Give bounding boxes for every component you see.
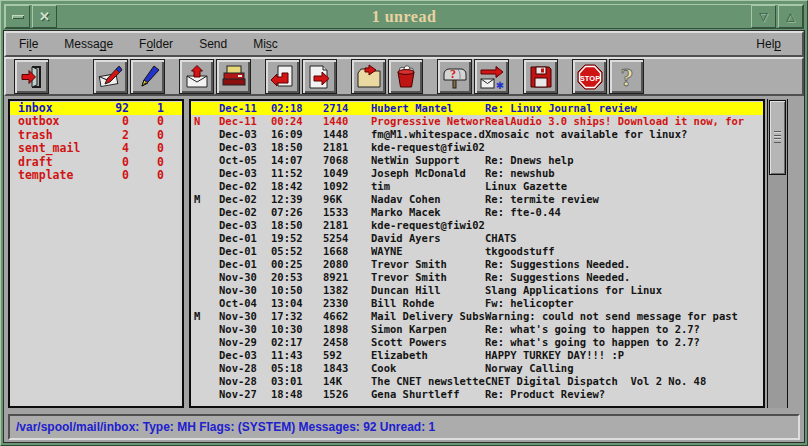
minimize-icon xyxy=(12,15,24,19)
scrollbar-grip-icon xyxy=(774,131,781,143)
envelope-pencil-icon xyxy=(98,64,124,90)
menubar: FileMessageFolderSendMisc Help xyxy=(4,31,804,57)
message-row[interactable]: Dec-1102:182714Hubert MantelRe: Linux Jo… xyxy=(191,102,763,115)
message-row[interactable]: Dec-0100:252080Trevor SmithRe: Suggestio… xyxy=(191,258,763,271)
message-row[interactable]: MNov-3017:324662Mail Delivery SubsWarnin… xyxy=(191,310,763,323)
message-row[interactable]: Oct-0514:077068NetWin SupportRe: Dnews h… xyxy=(191,154,763,167)
svg-text:?: ? xyxy=(450,67,456,81)
message-row[interactable]: Nov-2803:0114KThe CNET newsletteCNET Dig… xyxy=(191,375,763,388)
save-button[interactable] xyxy=(523,59,558,94)
message-row[interactable]: Dec-0218:421092timLinux Gazette xyxy=(191,180,763,193)
folder-arrow-icon xyxy=(356,64,382,90)
message-row[interactable]: Dec-0207:261533Marko MacekRe: fte-0.44 xyxy=(191,206,763,219)
close-button[interactable]: ✕ xyxy=(32,5,57,28)
message-row[interactable]: Nov-2805:181843CookNorway Calling xyxy=(191,362,763,375)
floppy-disk-icon xyxy=(528,64,554,90)
toolbar-group xyxy=(93,59,165,94)
shade-button[interactable]: ▽ xyxy=(751,5,776,28)
folder-row-outbox[interactable]: outbox00 xyxy=(10,115,182,128)
folder-row-sent_mail[interactable]: sent_mail40 xyxy=(10,142,182,155)
reply-button[interactable] xyxy=(265,59,300,94)
forward-button[interactable] xyxy=(302,59,337,94)
move-to-folder-button[interactable] xyxy=(351,59,386,94)
message-row[interactable]: Dec-0318:502181kde-request@fiwi02 xyxy=(191,141,763,154)
toolbar-group xyxy=(179,59,251,94)
forward-arrow-icon xyxy=(307,64,333,90)
menu-items: FileMessageFolderSendMisc xyxy=(6,37,291,51)
message-row[interactable]: Nov-3010:501382Duncan HillSlang Applicat… xyxy=(191,284,763,297)
titlebar[interactable]: ✕ 1 unread ▽ △ xyxy=(4,4,804,29)
menu-folder[interactable]: Folder xyxy=(126,37,186,51)
status-text: /var/spool/mail/inbox: Type: MH Flags: (… xyxy=(16,420,435,434)
message-row[interactable]: Nov-2902:172458Scott PowersRe: what's go… xyxy=(191,336,763,349)
message-scrollbar[interactable] xyxy=(767,99,788,408)
folder-row-template[interactable]: template00 xyxy=(10,169,182,182)
print-button[interactable] xyxy=(216,59,251,94)
toolbar: ?✱STOP? xyxy=(4,57,804,96)
message-list: Dec-1102:182714Hubert MantelRe: Linux Jo… xyxy=(189,99,765,408)
folder-list: inbox921outbox00trash20sent_mail40draft0… xyxy=(8,99,184,408)
mailbox-question-icon: ? xyxy=(442,64,468,90)
toolbar-group xyxy=(351,59,423,94)
iconify-button[interactable] xyxy=(5,5,30,28)
triangle-up-icon: △ xyxy=(786,11,794,22)
trash-bucket-icon xyxy=(393,64,419,90)
open-mail-button[interactable] xyxy=(179,59,214,94)
window-title: 1 unread xyxy=(65,5,743,28)
triangle-down-icon: ▽ xyxy=(759,11,767,22)
message-row[interactable]: Oct-0413:042330Bill RohdeFw: helicopter xyxy=(191,297,763,310)
toolbar-group xyxy=(523,59,558,94)
stop-sign-icon: STOP xyxy=(577,64,603,90)
close-icon: ✕ xyxy=(39,10,50,23)
menu-help[interactable]: Help xyxy=(743,37,794,51)
message-row[interactable]: Dec-0316:091448fm@M1.whitespace.dXmosaic… xyxy=(191,128,763,141)
menu-send[interactable]: Send xyxy=(186,37,240,51)
message-row[interactable]: Nov-3020:538921Trevor SmithRe: Suggestio… xyxy=(191,271,763,284)
message-row[interactable]: Nov-2718:481526Gena ShurtleffRe: Product… xyxy=(191,388,763,401)
svg-text:✱: ✱ xyxy=(495,80,503,90)
question-mark-icon: ? xyxy=(614,64,640,90)
send-queued-button[interactable]: ✱ xyxy=(474,59,509,94)
menu-misc[interactable]: Misc xyxy=(240,37,291,51)
main-content: inbox921outbox00trash20sent_mail40draft0… xyxy=(4,96,804,412)
svg-text:STOP: STOP xyxy=(579,73,599,82)
app-window: ✕ 1 unread ▽ △ FileMessageFolderSendMisc… xyxy=(0,0,808,446)
toolbar-group xyxy=(265,59,337,94)
folder-row-inbox[interactable]: inbox921 xyxy=(10,102,182,115)
check-mail-button[interactable]: ? xyxy=(437,59,472,94)
folder-row-draft[interactable]: draft00 xyxy=(10,156,182,169)
message-row[interactable]: Dec-0119:525254David AyersCHATS xyxy=(191,232,763,245)
printer-icon xyxy=(221,64,247,90)
exit-button[interactable] xyxy=(14,59,49,94)
message-row[interactable]: Dec-0105:521668WAYNEtkgoodstuff xyxy=(191,245,763,258)
compose-pen-button[interactable] xyxy=(130,59,165,94)
status-bar: /var/spool/mail/inbox: Type: MH Flags: (… xyxy=(8,414,800,440)
compose-message-button[interactable] xyxy=(93,59,128,94)
exit-icon xyxy=(19,64,45,90)
toolbar-group xyxy=(14,59,49,94)
menu-help-slot: Help xyxy=(743,37,794,51)
envelope-send-icon: ✱ xyxy=(479,64,505,90)
svg-text:?: ? xyxy=(620,64,633,90)
message-row[interactable]: Dec-0311:43592ElizabethHAPPY TURKEY DAY!… xyxy=(191,349,763,362)
window-body: FileMessageFolderSendMisc Help ?✱STOP? i… xyxy=(4,31,804,442)
reply-arrow-icon xyxy=(270,64,296,90)
toolbar-group: STOP? xyxy=(572,59,644,94)
menu-message[interactable]: Message xyxy=(51,37,126,51)
message-row[interactable]: MDec-0212:3996KNadav CohenRe: termite re… xyxy=(191,193,763,206)
message-row[interactable]: Nov-3010:301898Simon KarpenRe: what's go… xyxy=(191,323,763,336)
stop-button[interactable]: STOP xyxy=(572,59,607,94)
toolbar-group: ?✱ xyxy=(437,59,509,94)
delete-button[interactable] xyxy=(388,59,423,94)
pen-icon xyxy=(135,64,161,90)
envelope-up-arrow-icon xyxy=(184,64,210,90)
message-row[interactable]: Dec-0311:521049Joseph McDonaldRe: newshu… xyxy=(191,167,763,180)
message-row[interactable]: Dec-0318:502181kde-request@fiwi02 xyxy=(191,219,763,232)
scrollbar-thumb[interactable] xyxy=(769,100,786,175)
message-row[interactable]: NDec-1100:241440Progressive NetworRealAu… xyxy=(191,115,763,128)
maximize-button[interactable]: △ xyxy=(778,5,803,28)
menu-file[interactable]: File xyxy=(6,37,51,51)
help-button[interactable]: ? xyxy=(609,59,644,94)
folder-row-trash[interactable]: trash20 xyxy=(10,129,182,142)
